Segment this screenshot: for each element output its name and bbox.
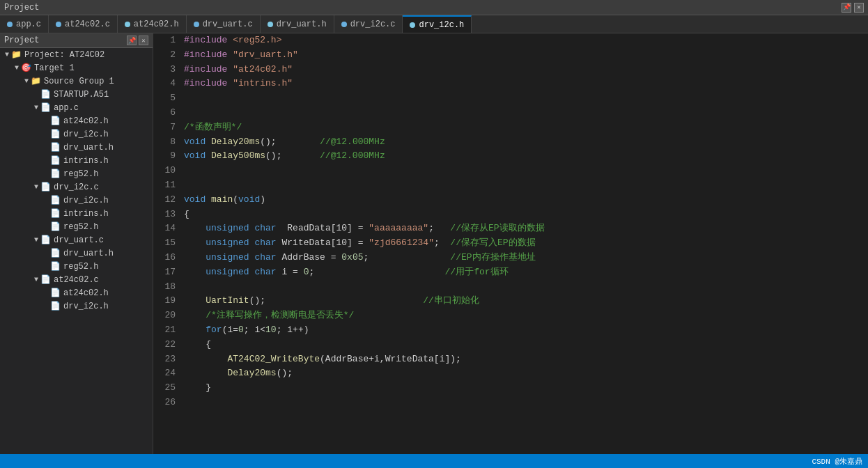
close-button[interactable]: ✕: [854, 3, 864, 13]
code-line: /*函数声明*/: [184, 120, 868, 135]
code-line: UartInit(); //串口初始化: [184, 294, 868, 309]
line-number: 11: [162, 178, 176, 193]
tree-item[interactable]: 📄intrins.h: [0, 207, 153, 220]
tab-at24c02_c[interactable]: at24c02.c: [49, 15, 118, 33]
tree-file-icon: 📄: [50, 301, 61, 311]
tree-file-icon: 📁: [11, 49, 22, 60]
tree-file-icon: 📄: [40, 274, 51, 285]
tree-item[interactable]: 📄reg52.h: [0, 167, 153, 180]
tree-item[interactable]: 📄at24c02.h: [0, 286, 153, 299]
tree-item-label: at24c02.c: [54, 275, 99, 285]
line-number: 20: [162, 309, 176, 323]
tree-file-icon: 📄: [50, 195, 61, 205]
tree-item[interactable]: ▼🎯Target 1: [0, 61, 153, 75]
tab-label-app_c: app.c: [16, 20, 41, 29]
tree-file-icon: 📄: [50, 155, 61, 166]
tab-drv_i2c_h[interactable]: drv_i2c.h: [403, 15, 472, 33]
tab-label-drv_uart_c: drv_uart.c: [203, 20, 253, 29]
tree-item-label: drv_uart.h: [63, 249, 114, 258]
code-line: #include <reg52.h>: [184, 33, 868, 48]
tree-item[interactable]: 📄reg52.h: [0, 260, 153, 273]
pin-button[interactable]: 📌: [842, 3, 851, 13]
code-line: [184, 280, 868, 295]
tree-item[interactable]: 📄reg52.h: [0, 220, 153, 233]
sidebar-header-controls[interactable]: 📌 ✕: [127, 36, 148, 45]
tab-dot-drv_uart_h: [268, 22, 273, 27]
code-line: void Delay500ms(); //@12.000MHz: [184, 149, 868, 164]
main-content: Project 📌 ✕ ▼📁Project: AT24C02▼🎯Target 1…: [0, 33, 868, 454]
tree-item-label: reg52.h: [63, 169, 98, 179]
tree-arrow: ▼: [32, 104, 40, 111]
sidebar-close-btn[interactable]: ✕: [139, 36, 148, 45]
tree-item[interactable]: 📄drv_i2c.h: [0, 299, 153, 313]
code-line: #include "intrins.h": [184, 77, 868, 91]
line-number: 24: [162, 366, 176, 381]
tab-label-at24c02_h: at24c02.h: [134, 20, 179, 29]
code-line: void main(void): [184, 193, 868, 208]
tree-item[interactable]: ▼📄at24c02.c: [0, 273, 153, 286]
tab-drv_uart_h[interactable]: drv_uart.h: [261, 15, 334, 33]
line-numbers: 1234567891011121314151617181920212223242…: [153, 33, 181, 454]
line-number: 14: [162, 221, 176, 236]
tree-item[interactable]: ▼📄drv_uart.c: [0, 233, 153, 247]
tree-file-icon: 📁: [31, 76, 41, 86]
tree-file-icon: 📄: [50, 221, 61, 232]
tree-item-label: app.c: [54, 103, 79, 113]
tree-item[interactable]: 📄drv_i2c.h: [0, 194, 153, 207]
tree-item[interactable]: 📄STARTUP.A51: [0, 88, 153, 101]
tree-item-label: reg52.h: [63, 262, 98, 272]
line-number: 15: [162, 236, 176, 251]
tree-item-label: at24c02.h: [63, 288, 109, 298]
tree-item-label: drv_uart.h: [63, 143, 114, 153]
tree-item-label: intrins.h: [63, 156, 109, 166]
code-line: void Delay20ms(); //@12.000MHz: [184, 135, 868, 150]
tree-item-label: drv_uart.c: [54, 235, 104, 245]
tree-item[interactable]: ▼📄app.c: [0, 101, 153, 114]
title-bar-left: Project: [4, 3, 39, 13]
line-number: 22: [162, 338, 176, 352]
tree-item[interactable]: ▼📁Project: AT24C02: [0, 48, 153, 61]
tree-file-icon: 📄: [50, 169, 61, 179]
tree-file-icon: 📄: [40, 102, 51, 113]
tab-app_c[interactable]: app.c: [0, 15, 49, 33]
tree-item[interactable]: 📄drv_i2c.h: [0, 127, 153, 141]
tree-item[interactable]: 📄intrins.h: [0, 154, 153, 167]
line-number: 5: [162, 91, 176, 106]
tree-item[interactable]: 📄at24c02.h: [0, 114, 153, 127]
code-line: unsigned char ReadData[10] = "aaaaaaaaa"…: [184, 221, 868, 236]
tree-arrow: ▼: [32, 183, 40, 191]
code-line: [184, 106, 868, 120]
code-line: unsigned char AddrBase = 0x05; //EP内存操作基…: [184, 251, 868, 265]
tree-arrow: ▼: [3, 51, 11, 58]
tree-item[interactable]: 📄drv_uart.h: [0, 247, 153, 260]
tab-dot-at24c02_h: [125, 22, 130, 27]
code-line: {: [184, 338, 868, 352]
tree-item[interactable]: 📄drv_uart.h: [0, 141, 153, 154]
tree-file-icon: 📄: [40, 182, 51, 192]
tab-dot-at24c02_c: [56, 22, 61, 27]
tree-file-icon: 📄: [50, 116, 61, 126]
tab-drv_i2c_c[interactable]: drv_i2c.c: [334, 15, 403, 33]
title-bar-title: Project: [4, 3, 39, 13]
tree-file-icon: 📄: [40, 235, 51, 245]
tree-item[interactable]: ▼📁Source Group 1: [0, 75, 153, 88]
tab-at24c02_h[interactable]: at24c02.h: [118, 15, 187, 33]
tree-arrow: ▼: [32, 236, 40, 244]
tab-label-drv_i2c_c: drv_i2c.c: [350, 20, 396, 29]
tab-label-at24c02_c: at24c02.c: [65, 20, 110, 29]
line-number: 7: [162, 120, 176, 135]
code-line: }: [184, 381, 868, 396]
sidebar-pin-btn[interactable]: 📌: [127, 36, 137, 45]
line-number: 1: [162, 33, 176, 48]
code-line: #include "at24c02.h": [184, 63, 868, 77]
title-bar-controls[interactable]: 📌 ✕: [842, 3, 864, 13]
tab-drv_uart_c[interactable]: drv_uart.c: [187, 15, 261, 33]
tree-item[interactable]: ▼📄drv_i2c.c: [0, 180, 153, 194]
line-number: 6: [162, 106, 176, 120]
title-bar: Project 📌 ✕: [0, 0, 868, 15]
code-editor: 1234567891011121314151617181920212223242…: [153, 33, 868, 454]
project-sidebar: Project 📌 ✕ ▼📁Project: AT24C02▼🎯Target 1…: [0, 33, 153, 454]
tree-file-icon: 📄: [50, 248, 61, 258]
tree-file-icon: 📄: [40, 89, 51, 100]
line-number: 16: [162, 251, 176, 265]
